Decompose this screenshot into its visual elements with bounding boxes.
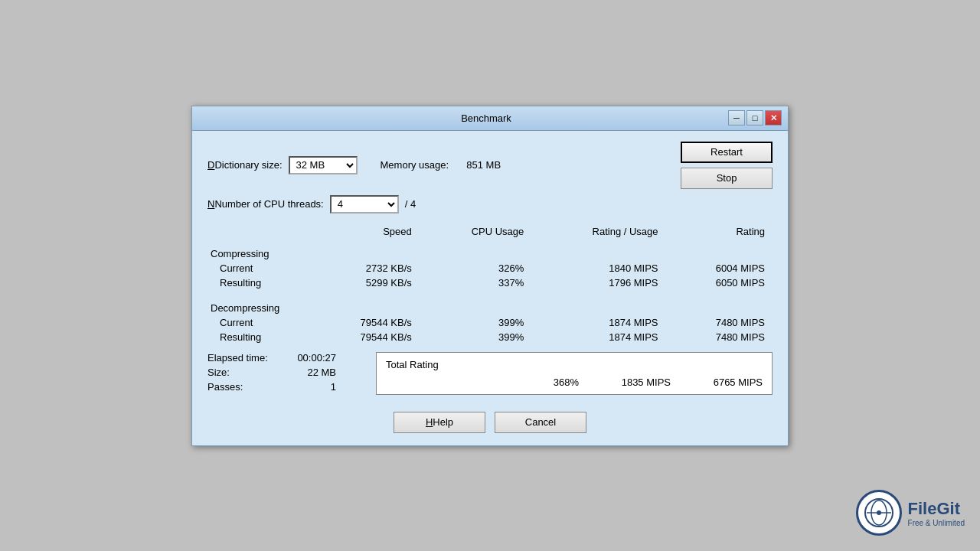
title-bar-controls: ─ □ ✕ (728, 110, 782, 126)
size-value: 22 MB (290, 367, 336, 378)
memory-usage-group: Memory usage: 851 MB (381, 159, 501, 171)
total-rating-title: Total Rating (386, 359, 763, 370)
dictionary-size-group: DDictionary size: 32 MB 64 MB 128 MB 256… (207, 156, 358, 174)
row-rating-usage: 1840 MIPS (531, 261, 665, 276)
close-button[interactable]: ✕ (765, 110, 782, 126)
row-rating: 6050 MIPS (666, 276, 773, 290)
window-body: DDictionary size: 32 MB 64 MB 128 MB 256… (192, 131, 788, 445)
title-bar: Benchmark ─ □ ✕ (192, 106, 788, 131)
restart-button[interactable]: Restart (681, 142, 773, 163)
filegit-tagline: Free & Unlimited (908, 519, 965, 527)
row-rating-usage: 1874 MIPS (531, 315, 665, 330)
total-cpu-usage: 368% (518, 377, 579, 388)
benchmark-window: Benchmark ─ □ ✕ DDictionary size: 32 MB … (191, 106, 789, 446)
table-row: Current 79544 KB/s 399% 1874 MIPS 7480 M… (207, 315, 773, 330)
action-buttons: Restart Stop (681, 142, 773, 189)
row-speed: 79544 KB/s (309, 315, 420, 330)
elapsed-time-label: Elapsed time: (207, 352, 284, 364)
total-rating-row: 368% 1835 MIPS 6765 MIPS (386, 377, 763, 388)
passes-row: Passes: 1 (207, 381, 361, 393)
row-label: Current (207, 261, 309, 276)
section-compressing: Compressing (207, 242, 773, 261)
col-header-rating-usage: Rating / Usage (531, 224, 665, 242)
row-speed: 5299 KB/s (309, 276, 420, 290)
row-cpu: 399% (420, 315, 532, 330)
memory-usage-label: Memory usage: (381, 159, 449, 171)
passes-label: Passes: (207, 381, 284, 393)
minimize-button[interactable]: ─ (728, 110, 745, 126)
row-rating-usage: 1796 MIPS (531, 276, 665, 290)
filegit-brand-text: FileGit Free & Unlimited (908, 499, 965, 527)
col-header-rating: Rating (666, 224, 773, 242)
row-rating: 6004 MIPS (666, 261, 773, 276)
cpu-threads-select[interactable]: 1 2 3 4 (330, 195, 399, 214)
section-decompressing: Decompressing (207, 296, 773, 315)
row-speed: 79544 KB/s (309, 330, 420, 344)
elapsed-time-value: 00:00:27 (290, 352, 336, 364)
dictionary-size-label: DDictionary size: (207, 159, 283, 171)
table-row: Resulting 5299 KB/s 337% 1796 MIPS 6050 … (207, 276, 773, 290)
row-cpu: 337% (420, 276, 532, 290)
row-rating: 7480 MIPS (666, 330, 773, 344)
elapsed-time-row: Elapsed time: 00:00:27 (207, 352, 361, 364)
table-row: Current 2732 KB/s 326% 1840 MIPS 6004 MI… (207, 261, 773, 276)
bottom-area: Elapsed time: 00:00:27 Size: 22 MB Passe… (207, 352, 773, 395)
help-button[interactable]: HHelp (394, 412, 485, 433)
row-rating: 7480 MIPS (666, 315, 773, 330)
filegit-brand: FileGit (908, 499, 965, 519)
total-rating: 6765 MIPS (701, 377, 763, 388)
maximize-button[interactable]: □ (746, 110, 763, 126)
passes-value: 1 (290, 381, 336, 393)
table-row: Decompressing (207, 296, 773, 315)
col-header-cpu-usage: CPU Usage (420, 224, 532, 242)
cpu-threads-label: NNumber of CPU threads: (207, 198, 324, 210)
total-rating-usage: 1835 MIPS (609, 377, 671, 388)
size-row: Size: 22 MB (207, 367, 361, 378)
threads-suffix: / 4 (405, 198, 416, 210)
cpu-threads-group: NNumber of CPU threads: 1 2 3 4 / 4 (207, 195, 416, 214)
row-label: Resulting (207, 330, 309, 344)
cancel-button[interactable]: Cancel (495, 412, 586, 433)
filegit-watermark: FileGit Free & Unlimited (856, 490, 965, 536)
benchmark-table: Speed CPU Usage Rating / Usage Rating Co… (207, 224, 773, 344)
stats-column: Elapsed time: 00:00:27 Size: 22 MB Passe… (207, 352, 361, 393)
col-header-name (207, 224, 309, 242)
table-row: Resulting 79544 KB/s 399% 1874 MIPS 7480… (207, 330, 773, 344)
col-header-speed: Speed (309, 224, 420, 242)
size-label: Size: (207, 367, 284, 378)
memory-usage-value: 851 MB (455, 159, 501, 171)
dictionary-size-select[interactable]: 32 MB 64 MB 128 MB 256 MB 512 MB 1 GB (289, 156, 358, 174)
total-rating-box: Total Rating 368% 1835 MIPS 6765 MIPS (376, 352, 773, 395)
table-row: Compressing (207, 242, 773, 261)
stop-button[interactable]: Stop (681, 168, 773, 189)
row-cpu: 399% (420, 330, 532, 344)
row-rating-usage: 1874 MIPS (531, 330, 665, 344)
row-label: Resulting (207, 276, 309, 290)
table-header-row: Speed CPU Usage Rating / Usage Rating (207, 224, 773, 242)
row-cpu: 326% (420, 261, 532, 276)
window-title: Benchmark (244, 112, 728, 124)
svg-point-3 (877, 510, 881, 515)
filegit-logo (856, 490, 902, 536)
footer-buttons: HHelp Cancel (207, 412, 773, 433)
filegit-icon (864, 497, 894, 528)
row-speed: 2732 KB/s (309, 261, 420, 276)
table-row (207, 290, 773, 296)
row-label: Current (207, 315, 309, 330)
